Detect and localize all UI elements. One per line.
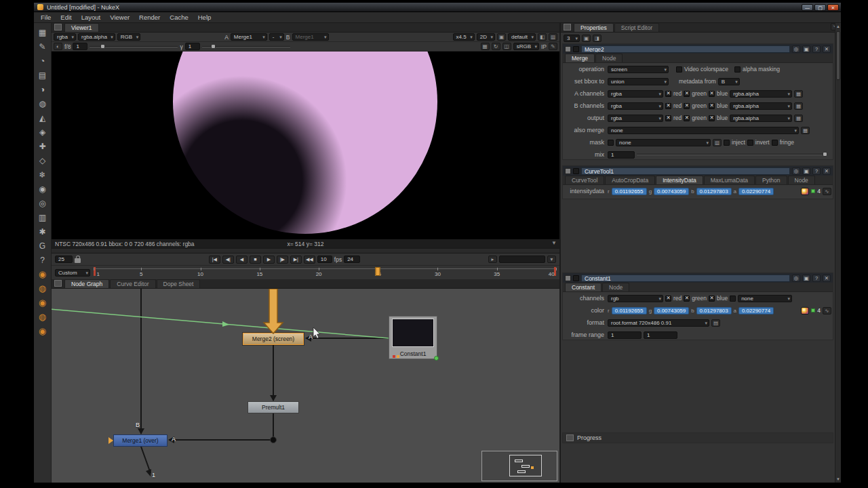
keyer-tools-icon[interactable]: ◭ <box>36 110 50 125</box>
b-blue-checkbox[interactable] <box>709 103 715 109</box>
b-input-dropdown[interactable]: Merge1 <box>292 33 329 41</box>
layout-icon[interactable] <box>549 33 557 41</box>
stop-button[interactable]: ■ <box>250 256 261 264</box>
current-frame-field[interactable]: 25 <box>55 256 73 263</box>
wipe-icon[interactable] <box>538 33 547 41</box>
a-channels-dropdown[interactable]: rgba <box>608 90 663 98</box>
tab-curve-editor[interactable]: Curve Editor <box>110 279 155 288</box>
scroll-up-icon[interactable] <box>835 24 841 28</box>
a-green-checkbox[interactable] <box>684 91 690 97</box>
node-name-field[interactable]: Constant1 <box>581 274 790 282</box>
transform-tools-icon[interactable]: ✚ <box>36 139 50 153</box>
viewer-canvas[interactable] <box>52 52 559 239</box>
prev-keyframe-button[interactable]: ◀| <box>222 256 234 264</box>
range-field[interactable] <box>499 256 545 263</box>
a-alpha-dropdown[interactable]: rgba.alpha <box>730 90 792 98</box>
plugin-icon[interactable]: ◉ <box>36 296 50 310</box>
merge-tools-icon[interactable]: ◈ <box>36 125 50 139</box>
tab-autocropdata[interactable]: AutoCropData <box>605 176 655 184</box>
menu-file[interactable]: File <box>36 12 56 22</box>
pane-menu-icon[interactable] <box>54 280 62 287</box>
node-name-field[interactable]: CurveTool1 <box>581 167 790 175</box>
node-color-swatch[interactable] <box>565 46 571 52</box>
views-tools-icon[interactable]: ◎ <box>36 196 50 210</box>
animation-curve-icon[interactable] <box>823 188 831 195</box>
toolsets-icon[interactable]: ✱ <box>36 224 50 239</box>
progress-header[interactable]: Progress <box>563 433 833 443</box>
menu-edit[interactable]: Edit <box>56 12 76 22</box>
gain-slider[interactable] <box>90 46 178 47</box>
tab-node[interactable]: Node <box>602 283 629 291</box>
center-node-icon[interactable] <box>792 167 800 175</box>
fps-field[interactable]: 24 <box>344 256 360 263</box>
tab-constant[interactable]: Constant <box>565 283 601 291</box>
float-panel-icon[interactable] <box>802 274 810 282</box>
intensity-g-field[interactable]: 0.00743059 <box>654 188 689 195</box>
close-panel-icon[interactable] <box>823 274 831 282</box>
close-panel-icon[interactable] <box>823 45 831 53</box>
color-b-field[interactable]: 0.01297803 <box>696 307 732 314</box>
fringe-checkbox[interactable] <box>772 140 778 146</box>
float-panel-icon[interactable] <box>802 167 810 175</box>
play-forward-button[interactable]: ▶ <box>263 256 275 264</box>
frame-range-end-field[interactable]: 1 <box>644 331 677 339</box>
animation-curve-icon[interactable] <box>823 307 831 314</box>
mask-channel-dropdown[interactable]: none <box>616 139 711 146</box>
timeline-ruler[interactable]: 1 5 10 15 20 25 30 35 40 <box>94 266 556 279</box>
output-red-checkbox[interactable] <box>665 115 671 121</box>
filter-tools-icon[interactable]: ◍ <box>36 96 50 110</box>
output-dropdown[interactable]: rgba <box>608 115 663 122</box>
node-merge2[interactable]: Merge2 (screen) <box>243 333 304 345</box>
color-tools-icon[interactable]: ◑ <box>36 82 50 96</box>
intensity-b-field[interactable]: 0.01297803 <box>696 188 732 195</box>
frame-increment-field[interactable]: 10 <box>317 256 332 263</box>
nodegraph-minimap[interactable] <box>481 451 557 481</box>
image-tools-icon[interactable]: ▦ <box>36 25 50 39</box>
tab-maxlumadata[interactable]: MaxLumaData <box>704 176 755 184</box>
goto-start-button[interactable]: |◀ <box>209 256 220 264</box>
play-backward-button[interactable]: ◀ <box>236 256 248 264</box>
b-alpha-dropdown[interactable]: rgba.alpha <box>730 102 792 110</box>
node-color-swatch[interactable] <box>565 168 571 174</box>
zoom-dropdown[interactable]: x4.5 <box>453 33 475 41</box>
pane-menu-icon[interactable] <box>54 24 62 30</box>
gain-field[interactable]: 1 <box>73 43 87 50</box>
node-color-swatch[interactable] <box>565 275 571 281</box>
frame-range-start-field[interactable]: 1 <box>608 331 642 339</box>
close-button[interactable] <box>827 4 839 11</box>
tab-node[interactable]: Node <box>595 54 623 62</box>
input-process-label[interactable]: IP <box>541 43 547 50</box>
prev-increment-button[interactable]: ◀◀ <box>304 256 315 264</box>
tab-merge[interactable]: Merge <box>565 54 595 62</box>
inject-checkbox[interactable] <box>724 140 730 146</box>
close-panel-icon[interactable] <box>823 167 831 175</box>
blue-checkbox[interactable] <box>709 296 715 302</box>
postage-stamp-checkbox[interactable] <box>573 46 579 52</box>
time-tools-icon[interactable]: ◔ <box>36 54 50 68</box>
color-picker-icon[interactable] <box>801 307 809 314</box>
properties-scrollbar[interactable] <box>835 23 841 483</box>
menu-help[interactable]: Help <box>193 12 216 22</box>
intensity-a-field[interactable]: 0.02290774 <box>738 188 774 195</box>
metadata-from-dropdown[interactable]: B <box>718 78 740 85</box>
a-blue-checkbox[interactable] <box>709 91 715 97</box>
deep-tools-icon[interactable]: ◉ <box>36 182 50 196</box>
tab-curvetool[interactable]: CurveTool <box>565 176 604 184</box>
format-options-icon[interactable] <box>711 319 720 327</box>
help-icon[interactable] <box>812 274 821 282</box>
b-channels-dropdown[interactable]: rgba <box>608 102 663 110</box>
stereo-icon[interactable] <box>497 33 506 41</box>
channel-tools-icon[interactable]: ▤ <box>36 68 50 82</box>
range-options-icon[interactable] <box>547 256 556 263</box>
mix-field[interactable]: 1 <box>608 151 635 159</box>
operation-dropdown[interactable]: screen <box>608 66 669 73</box>
node-constant1[interactable]: Constant1 <box>389 316 437 359</box>
mask-enable-checkbox[interactable] <box>608 140 614 146</box>
lock-icon[interactable] <box>75 258 81 263</box>
output-blue-checkbox[interactable] <box>709 115 715 121</box>
channel-matrix-icon[interactable] <box>794 102 803 110</box>
gain-icon[interactable] <box>54 43 62 50</box>
pin-panels-icon[interactable] <box>582 35 591 42</box>
tab-python[interactable]: Python <box>755 176 787 184</box>
tab-properties[interactable]: Properties <box>574 23 614 32</box>
